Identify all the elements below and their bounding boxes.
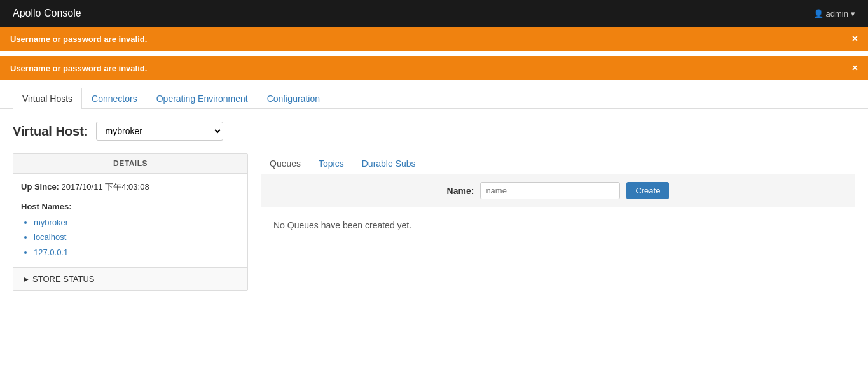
inner-tabs: Queues Topics Durable Subs <box>261 153 855 174</box>
right-panel: Queues Topics Durable Subs Name: Create … <box>261 153 855 291</box>
host-name-127: 127.0.0.1 <box>34 245 240 260</box>
details-header: DETAILS <box>13 154 247 174</box>
up-since-value: 2017/10/11 下午4:03:08 <box>62 182 149 192</box>
name-input[interactable] <box>480 182 620 199</box>
app-header: Apollo Console 👤 admin ▾ <box>0 0 868 27</box>
up-since-row: Up Since: 2017/10/11 下午4:03:08 <box>21 181 240 193</box>
alert-message-2: Username or password are invalid. <box>10 64 147 73</box>
store-status-triangle: ▶ <box>24 276 29 283</box>
tab-topics[interactable]: Topics <box>310 153 353 174</box>
alert-close-1[interactable]: × <box>852 33 858 45</box>
tab-operating-environment[interactable]: Operating Environment <box>147 88 258 109</box>
name-label: Name: <box>447 186 474 196</box>
store-status-row[interactable]: ▶ STORE STATUS <box>13 267 247 290</box>
tab-configuration[interactable]: Configuration <box>258 88 329 109</box>
alert-banner-2: Username or password are invalid. × <box>0 56 868 80</box>
content-panels: DETAILS Up Since: 2017/10/11 下午4:03:08 H… <box>13 153 855 291</box>
host-names-list: mybroker localhost 127.0.0.1 <box>21 215 240 260</box>
dropdown-icon: ▾ <box>851 9 855 18</box>
tab-durable-subs[interactable]: Durable Subs <box>353 153 425 174</box>
virtual-host-row: Virtual Host: mybroker <box>13 122 855 141</box>
virtual-host-select[interactable]: mybroker <box>96 122 223 141</box>
user-menu[interactable]: 👤 admin ▾ <box>813 9 855 18</box>
alert-banner-1: Username or password are invalid. × <box>0 27 868 51</box>
alert-close-2[interactable]: × <box>852 62 858 74</box>
details-panel: DETAILS Up Since: 2017/10/11 下午4:03:08 H… <box>13 153 248 291</box>
alert-message-1: Username or password are invalid. <box>10 34 147 44</box>
empty-message: No Queues have been created yet. <box>261 207 855 243</box>
tab-virtual-hosts[interactable]: Virtual Hosts <box>13 88 82 109</box>
create-button[interactable]: Create <box>626 182 669 199</box>
user-icon: 👤 <box>813 9 823 18</box>
store-status-label: STORE STATUS <box>32 274 95 284</box>
create-queue-area: Name: Create <box>261 174 855 207</box>
host-names-label: Host Names: <box>21 202 240 211</box>
nav-tabs: Virtual Hosts Connectors Operating Envir… <box>0 88 868 109</box>
host-name-mybroker: mybroker <box>34 215 240 230</box>
up-since-label: Up Since: <box>21 182 59 192</box>
tab-connectors[interactable]: Connectors <box>82 88 147 109</box>
tab-queues[interactable]: Queues <box>261 153 310 174</box>
virtual-host-label: Virtual Host: <box>13 124 88 139</box>
host-names-section: Host Names: mybroker localhost 127.0.0.1 <box>21 202 240 260</box>
main-content: Virtual Host: mybroker DETAILS Up Since:… <box>0 109 868 304</box>
username: admin <box>826 9 848 18</box>
details-body: Up Since: 2017/10/11 下午4:03:08 Host Name… <box>13 174 247 267</box>
host-name-localhost: localhost <box>34 230 240 244</box>
app-title: Apollo Console <box>13 8 81 19</box>
